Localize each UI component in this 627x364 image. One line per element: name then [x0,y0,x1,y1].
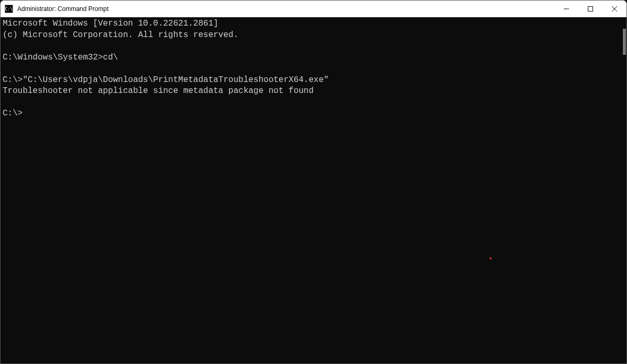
command-prompt-window: C:\ Administrator: Command Prompt Micros… [0,0,627,364]
minimize-button[interactable] [554,1,578,17]
close-button[interactable] [602,1,626,17]
scrollbar-thumb[interactable] [623,29,626,55]
maximize-button[interactable] [578,1,602,17]
close-icon [612,6,617,11]
terminal-output[interactable]: Microsoft Windows [Version 10.0.22621.28… [1,17,619,363]
cmd-icon: C:\ [5,5,13,13]
terminal-area[interactable]: Microsoft Windows [Version 10.0.22621.28… [1,17,626,363]
scrollbar-track[interactable] [619,17,626,363]
cmd-icon-label: C:\ [5,7,13,11]
cursor-dot [490,257,492,260]
svg-rect-1 [588,7,593,11]
minimize-icon [564,6,569,11]
titlebar[interactable]: C:\ Administrator: Command Prompt [1,1,626,17]
window-controls [554,1,626,17]
window-title: Administrator: Command Prompt [17,5,554,13]
maximize-icon [588,6,593,11]
